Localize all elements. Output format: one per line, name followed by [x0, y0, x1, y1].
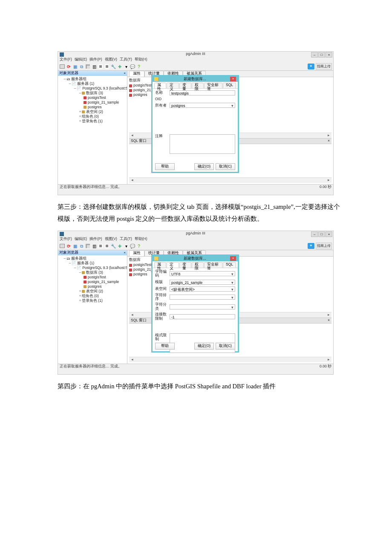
- select-owner[interactable]: postgres: [170, 103, 235, 108]
- guru-label[interactable]: 指南上传: [316, 243, 332, 249]
- grid2-icon[interactable]: [104, 243, 110, 249]
- dlg1-tab-seclabels[interactable]: 安全标签: [204, 83, 222, 88]
- guru-icon[interactable]: [308, 64, 314, 69]
- dlg1-tab-definition[interactable]: 定义: [167, 83, 179, 88]
- dropdown-icon[interactable]: ▾: [123, 243, 129, 249]
- menu-help[interactable]: 帮助(H): [135, 58, 147, 63]
- input-name[interactable]: testpostgis: [170, 90, 235, 95]
- new-database-dialog-2: 新建数据库... × 属性 定义 变量 权限 安全标签 SQL 字符编码 UTF…: [151, 254, 239, 353]
- dialog-close-button[interactable]: ×: [230, 256, 236, 261]
- window-close-button[interactable]: ×: [326, 231, 332, 237]
- dlg1-ok-button[interactable]: 确定(O): [194, 163, 214, 170]
- menu-plugins[interactable]: 插件(P): [89, 237, 102, 242]
- refresh-icon[interactable]: ⟳: [66, 64, 72, 69]
- dlg2-tab-variables[interactable]: 变量: [179, 262, 191, 268]
- menu-help[interactable]: 帮助(H): [135, 237, 147, 242]
- dlg2-tab-privileges[interactable]: 权限: [192, 262, 204, 268]
- input-connlimit[interactable]: -1: [170, 314, 235, 319]
- object-tree[interactable]: –服务器组 –服务器 (1) –PostgreSQL 9.3 (localhos…: [58, 255, 127, 364]
- dialog-close-button[interactable]: ×: [230, 77, 236, 81]
- menu-edit[interactable]: 编辑(E): [75, 237, 87, 242]
- tab-properties[interactable]: 属性: [129, 250, 144, 256]
- tree-tablespaces[interactable]: 表空间 (2): [86, 110, 103, 114]
- select-collation[interactable]: [170, 295, 235, 300]
- tree-db-postgistest[interactable]: postgisTest: [88, 95, 106, 100]
- object-tree[interactable]: –服务器组 –服务器 (1) –PostgreSQL 9.3 (localhos…: [58, 76, 127, 184]
- dlg2-cancel-button[interactable]: 取消(C): [216, 343, 235, 350]
- hint-icon[interactable]: 💬: [130, 64, 135, 69]
- tree-db-postgres[interactable]: postgres: [88, 105, 102, 109]
- maintenance-icon[interactable]: 🔧: [110, 243, 116, 249]
- connect-icon[interactable]: [59, 64, 65, 69]
- dlg2-tab-properties[interactable]: 属性: [154, 262, 166, 268]
- dlg1-tab-sql[interactable]: SQL: [223, 83, 236, 88]
- dlg2-tab-seclabels[interactable]: 安全标签: [204, 262, 222, 268]
- object-browser-close-icon[interactable]: ×: [124, 72, 126, 75]
- table-icon[interactable]: [85, 64, 91, 69]
- tree-db-postgis21[interactable]: postgis_21_sample: [88, 100, 119, 104]
- puzzle-icon[interactable]: ✚: [117, 243, 123, 249]
- grid2-icon[interactable]: [104, 64, 110, 69]
- dlg2-tab-sql[interactable]: SQL: [223, 262, 236, 268]
- sql-icon[interactable]: ▦: [72, 243, 78, 249]
- select-encoding[interactable]: UTF8: [170, 271, 235, 276]
- help-icon[interactable]: ?: [136, 243, 142, 249]
- grid-icon[interactable]: [98, 64, 104, 69]
- dropdown-icon[interactable]: ▾: [123, 64, 129, 69]
- list-db3[interactable]: postgres: [133, 92, 147, 97]
- sql-icon[interactable]: ▦: [72, 64, 78, 69]
- tree-pg[interactable]: PostgreSQL 9.3 (localhost:5432): [82, 86, 127, 90]
- tree-server-group[interactable]: 服务器组: [71, 77, 86, 81]
- menu-tools[interactable]: 工具(T): [120, 237, 132, 242]
- filter-icon[interactable]: ⧉: [78, 64, 84, 69]
- tree-group-roles[interactable]: 组角色 (0): [82, 114, 99, 119]
- menu-edit[interactable]: 编辑(E): [75, 58, 87, 63]
- select-template[interactable]: postgis_21_sample: [170, 280, 235, 285]
- sql-pane-close-icon[interactable]: ×: [328, 139, 330, 143]
- grid-icon[interactable]: [98, 243, 104, 249]
- form-icon[interactable]: ▥: [91, 64, 97, 69]
- window-close-button[interactable]: ×: [326, 52, 332, 58]
- refresh-icon[interactable]: ⟳: [66, 243, 72, 249]
- window-max-button[interactable]: □: [318, 52, 325, 58]
- tab-properties[interactable]: 属性: [129, 71, 144, 77]
- menu-plugins[interactable]: 插件(P): [89, 58, 102, 63]
- menu-file[interactable]: 文件(F): [60, 237, 72, 242]
- window-min-button[interactable]: –: [311, 52, 318, 58]
- menu-view[interactable]: 视图(V): [105, 237, 117, 242]
- table-icon[interactable]: [85, 243, 91, 249]
- object-browser-close-icon[interactable]: ×: [124, 251, 126, 255]
- menu-file[interactable]: 文件(F): [60, 58, 72, 63]
- dlg1-tab-privileges[interactable]: 权限: [192, 83, 204, 88]
- window-max-button[interactable]: □: [318, 231, 325, 237]
- select-tablespace[interactable]: <缺省表空间>: [170, 286, 235, 292]
- hint-icon[interactable]: 💬: [130, 243, 135, 249]
- filter-icon[interactable]: ⧉: [78, 243, 84, 249]
- connect-icon[interactable]: [59, 243, 65, 249]
- tree-login-roles[interactable]: 登录角色 (1): [82, 119, 103, 123]
- dlg2-help-button[interactable]: 帮助: [155, 343, 175, 350]
- maintenance-icon[interactable]: 🔧: [110, 64, 116, 69]
- guru-label[interactable]: 指南上传: [316, 63, 332, 70]
- guru-icon[interactable]: [308, 243, 314, 249]
- window-min-button[interactable]: –: [311, 231, 318, 237]
- select-ctype[interactable]: [170, 304, 235, 309]
- tree-databases[interactable]: 数据库 (3): [86, 91, 103, 95]
- sql-pane-close-icon[interactable]: ×: [328, 318, 330, 322]
- dlg2-ok-button[interactable]: 确定(O): [194, 343, 214, 350]
- dlg1-help-button[interactable]: 帮助: [155, 163, 175, 170]
- puzzle-icon[interactable]: ✚: [117, 64, 123, 69]
- dlg1-tab-properties[interactable]: 属性: [154, 83, 166, 88]
- list-db1[interactable]: postgisTest: [133, 83, 152, 87]
- form-icon[interactable]: ▥: [91, 243, 97, 249]
- sql-horizontal-scrollbar[interactable]: ◂▸: [129, 177, 331, 183]
- tree-servers[interactable]: 服务器 (1): [77, 81, 94, 86]
- dlg2-tab-definition[interactable]: 定义: [167, 262, 179, 268]
- help-icon[interactable]: ?: [136, 64, 142, 69]
- sql-horizontal-scrollbar[interactable]: ◂▸: [129, 357, 331, 362]
- dlg1-cancel-button[interactable]: 取消(C): [216, 163, 235, 170]
- menu-tools[interactable]: 工具(T): [120, 58, 132, 63]
- menu-view[interactable]: 视图(V): [105, 58, 117, 63]
- dlg1-tab-variables[interactable]: 变量: [179, 83, 191, 88]
- textarea-comment[interactable]: [170, 134, 235, 154]
